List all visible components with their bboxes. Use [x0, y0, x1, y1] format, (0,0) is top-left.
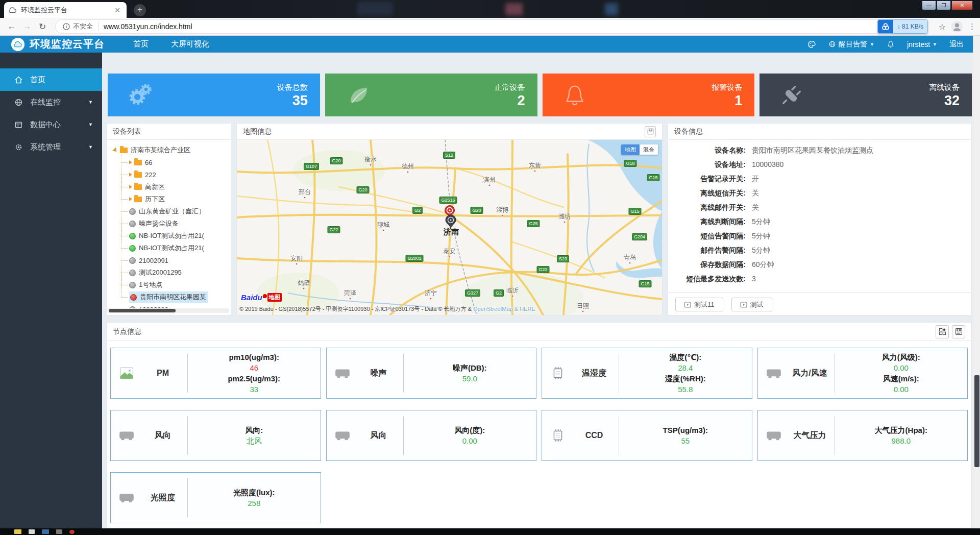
sidebar-item[interactable]: 系统管理▼: [0, 136, 102, 158]
tree-node[interactable]: 贵阳市南明区花果园某: [107, 291, 231, 303]
node-card[interactable]: 光照度光照度(lux):258: [110, 472, 321, 523]
plug-icon: [780, 83, 803, 107]
taskbar-app-icon[interactable]: [56, 529, 62, 534]
device-info-row: 设备地址:10000380: [668, 157, 971, 172]
node-card[interactable]: 大气压力大气压力(Hpa):988.0: [757, 410, 968, 461]
node-card[interactable]: 风向风向:北风: [110, 410, 321, 461]
tree-expand-icon[interactable]: [129, 185, 132, 189]
stat-card: 设备总数35: [108, 74, 320, 116]
logout-button[interactable]: 退出: [949, 40, 964, 49]
data-center-icon: [14, 120, 23, 129]
node-view-list-icon[interactable]: [952, 325, 965, 338]
tree-horizontal-scrollbar[interactable]: [108, 308, 229, 313]
test-button[interactable]: 测试: [731, 298, 772, 311]
tree-node[interactable]: NB-IOT测试勿占用21(: [107, 242, 231, 254]
node-card[interactable]: CCDTSP(ug/m3):55: [542, 410, 752, 461]
map-device-marker[interactable]: [445, 215, 456, 231]
taskbar-app-icon[interactable]: [29, 529, 35, 534]
tree-node[interactable]: 高新区: [107, 181, 231, 193]
device-status-dot: [129, 221, 136, 227]
application-window: 环境监控云平台 ✕ + — ❐ ✕ ← → ↻ 不安全 www.0531yun.…: [0, 0, 980, 535]
test-button[interactable]: 测试11: [675, 298, 723, 311]
avatar[interactable]: [951, 20, 963, 33]
back-icon[interactable]: ←: [4, 21, 19, 32]
map-report-icon[interactable]: [645, 126, 656, 137]
node-card-name: 风力/风速: [790, 368, 835, 379]
window-close-button[interactable]: ✕: [951, 1, 973, 10]
node-view-blocks-icon[interactable]: [936, 325, 949, 338]
tree-node[interactable]: NB-IOT测试勿占用21(: [107, 230, 231, 242]
alarm-bell-icon: [563, 83, 586, 107]
scrollbar-thumb[interactable]: [974, 375, 979, 467]
tree-node[interactable]: 山东黄金矿业（鑫汇）: [107, 205, 231, 217]
tree-expand-icon[interactable]: [129, 160, 132, 164]
browser-tab[interactable]: 环境监控云平台 ✕: [4, 2, 127, 18]
map-road-badge: G20: [356, 186, 369, 193]
user-menu[interactable]: jnrstest ▼: [907, 40, 937, 48]
sidebar-item[interactable]: 首页: [0, 68, 102, 91]
tree-node-label: 高新区: [145, 182, 165, 191]
field-label: 设备名称:: [668, 143, 746, 157]
map-type-button[interactable]: 地图: [621, 144, 640, 155]
forward-icon[interactable]: →: [19, 21, 35, 32]
window-restore-button[interactable]: ❐: [937, 1, 951, 10]
node-card[interactable]: PMpm10(ug/m3):46pm2.5(ug/m3):33: [110, 348, 321, 399]
tree-node[interactable]: 噪声扬尘设备: [107, 217, 231, 230]
tree-node[interactable]: 1号地点: [107, 279, 231, 291]
device-info-row: 告警记录开关:开: [668, 172, 971, 186]
nav-item-1[interactable]: 大屏可视化: [171, 39, 209, 49]
address-bar[interactable]: 不安全 www.0531yun.cn/index.html: [55, 19, 918, 34]
download-speed-badge[interactable]: ↓ 81 KB/s: [877, 19, 928, 34]
info-icon[interactable]: [63, 23, 70, 30]
tree-node[interactable]: 21002091: [107, 254, 231, 266]
node-card[interactable]: 温湿度温度(℃):28.4湿度(%RH):55.8: [542, 348, 752, 399]
node-info-panel: 节点信息 PMpm10(ug/m3):46pm2.5(ug/m3):33噪声噪声…: [106, 322, 972, 528]
map-city-label: 泰安: [443, 247, 455, 256]
tree-node[interactable]: 济南市某综合产业区: [107, 144, 231, 156]
stat-card: 正常设备2: [325, 74, 537, 116]
tree-expand-icon[interactable]: [129, 197, 132, 201]
tree-expand-icon[interactable]: [129, 173, 132, 177]
sidebar-item-label: 数据中心: [30, 120, 88, 130]
taskbar-app-icon[interactable]: [69, 530, 75, 534]
map-city-dot: [296, 263, 298, 265]
tab-close-icon[interactable]: ✕: [112, 6, 122, 14]
reload-icon[interactable]: ↻: [35, 21, 50, 32]
tree-connector: [121, 248, 128, 249]
bookmark-star-icon[interactable]: ☆: [939, 22, 946, 32]
node-card[interactable]: 风力/风速风力(风级):0.00风速(m/s):0.00: [757, 348, 968, 399]
window-minimize-button[interactable]: —: [922, 1, 936, 10]
tree-node[interactable]: 10002388: [107, 303, 231, 308]
alert-style-menu[interactable]: 醒目告警 ▼: [828, 40, 874, 49]
scrollbar-thumb[interactable]: [109, 309, 176, 312]
map-road-badge: G15: [628, 208, 641, 215]
tree-node[interactable]: 66: [107, 156, 231, 168]
node-card[interactable]: 风向风向(度):0.00: [326, 410, 537, 461]
tree-node[interactable]: 历下区: [107, 193, 231, 205]
device-status-dot: [130, 294, 137, 301]
sidebar-item[interactable]: 数据中心▼: [0, 113, 102, 136]
tree-node[interactable]: 测试20001295: [107, 266, 231, 279]
device-status-dot: [129, 233, 136, 239]
map-type-button[interactable]: 混合: [640, 144, 658, 155]
taskbar-app-icon[interactable]: [14, 529, 21, 534]
map-city-label: 德州: [402, 162, 414, 171]
url-text[interactable]: www.0531yun.cn/index.html: [104, 22, 192, 31]
notification-bell-icon[interactable]: [887, 40, 895, 48]
field-value: 3: [752, 272, 756, 286]
browser-menu-icon[interactable]: ⋮: [968, 22, 976, 31]
map-canvas[interactable]: 衡水德州东营滨州淄博潍坊济南聊城泰安邢台安阳鹤壁菏泽济宁临沂日照青岛G20G10…: [237, 140, 662, 315]
taskbar-app-icon[interactable]: [42, 529, 49, 534]
page-scrollbar[interactable]: [973, 36, 980, 528]
sidebar-item[interactable]: 在线监控▼: [0, 91, 102, 113]
map-city-label: 邢台: [299, 188, 311, 197]
sensor-placeholder-icon: [766, 368, 781, 379]
tree-node[interactable]: 222: [107, 168, 231, 181]
alert-menu-label: 醒目告警: [839, 40, 867, 49]
tree-expand-icon[interactable]: [112, 147, 118, 153]
theme-palette-icon[interactable]: [807, 40, 816, 49]
node-card[interactable]: 噪声噪声(DB):59.0: [326, 348, 537, 399]
nav-item-0[interactable]: 首页: [133, 39, 149, 49]
new-tab-button[interactable]: +: [134, 4, 146, 16]
field-value: 开: [752, 172, 759, 186]
